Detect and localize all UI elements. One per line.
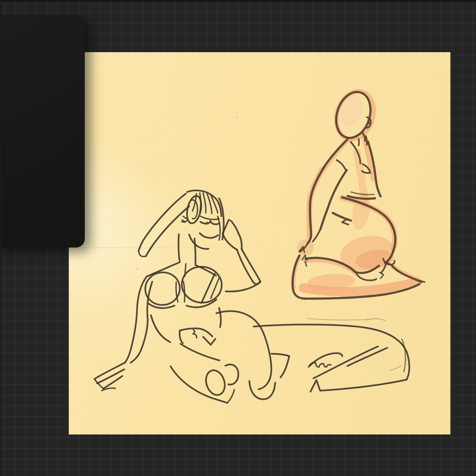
sketch-layer	[69, 52, 450, 434]
drawing-canvas[interactable]	[69, 52, 450, 434]
app-workspace	[0, 0, 476, 476]
floating-side-panel[interactable]	[0, 15, 85, 247]
kneeling-figure-sketch	[293, 86, 425, 320]
window-left-edge	[0, 0, 1, 476]
window-top-edge	[0, 0, 476, 2]
